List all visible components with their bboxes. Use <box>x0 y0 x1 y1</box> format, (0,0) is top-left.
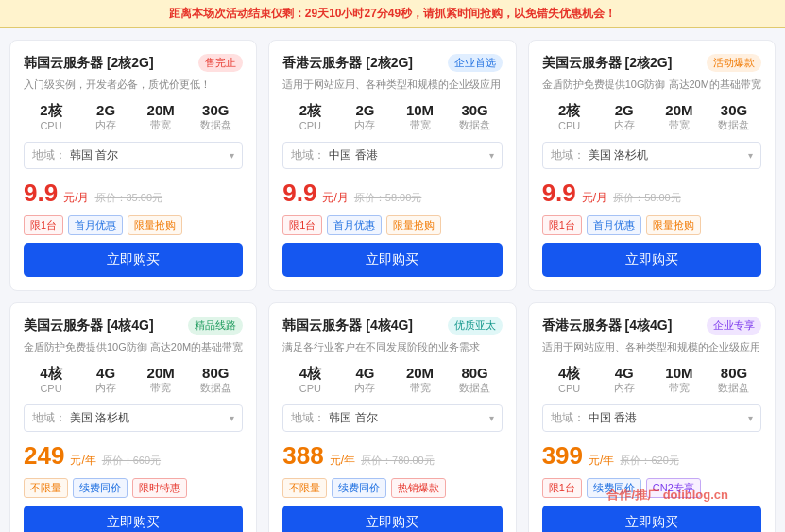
spec-bw-value-2: 10M <box>392 102 447 118</box>
spec-mem-3: 2G 内存 <box>597 102 652 132</box>
spec-cpu-label-2: CPU <box>282 120 337 131</box>
price-row-2: 9.9 元/月 原价：58.00元 <box>282 179 502 208</box>
price-original-1: 原价：35.00元 <box>95 191 163 205</box>
topbar-suffix: ，请抓紧时间抢购，以免错失优惠机会！ <box>412 7 616 20</box>
region-value-4: 美国 洛杉机 <box>70 411 129 424</box>
price-row-4: 249 元/年 原价：660元 <box>24 441 243 471</box>
price-main-2: 9.9 <box>282 179 316 208</box>
region-select-6[interactable]: 地域：中国 香港 ▾ <box>542 404 761 432</box>
price-row-1: 9.9 元/月 原价：35.00元 <box>24 179 243 208</box>
card-desc-1: 入门级实例，开发者必备，质优价更低！ <box>24 77 243 93</box>
tag: 续费同价 <box>332 478 386 498</box>
price-row-5: 388 元/年 原价：780.00元 <box>282 441 502 471</box>
price-main-5: 388 <box>282 441 323 471</box>
card-header-5: 韩国云服务器 [4核4G] 优质亚太 <box>282 317 502 335</box>
specs-2: 2核 CPU 2G 内存 10M 带宽 30G 数据盘 <box>282 102 502 132</box>
spec-disk-value-2: 30G <box>448 102 503 118</box>
server-card-4: 美国云服务器 [4核4G] 精品线路 金盾防护免费提供10G防御 高达20M的基… <box>9 302 257 532</box>
region-select-2[interactable]: 地域：中国 香港 ▾ <box>282 142 502 169</box>
region-value-3: 美国 洛杉机 <box>589 148 648 162</box>
region-value-1: 韩国 首尔 <box>70 148 118 162</box>
spec-mem-value-5: 4G <box>337 365 392 381</box>
card-badge-3: 活动爆款 <box>707 54 761 72</box>
region-label-3: 地域：美国 洛杉机 <box>551 147 648 163</box>
spec-disk-value-5: 80G <box>448 365 503 381</box>
region-label-6: 地域：中国 香港 <box>551 410 637 426</box>
specs-1: 2核 CPU 2G 内存 20M 带宽 30G 数据盘 <box>24 102 243 132</box>
specs-5: 4核 CPU 4G 内存 20M 带宽 80G 数据盘 <box>282 365 502 395</box>
spec-disk-1: 30G 数据盘 <box>188 102 243 132</box>
spec-cpu-value-6: 4核 <box>542 365 597 383</box>
region-select-5[interactable]: 地域：韩国 首尔 ▾ <box>282 404 502 432</box>
spec-cpu-label-4: CPU <box>24 383 78 394</box>
price-unit-2: 元/月 <box>322 190 348 206</box>
spec-cpu-label-1: CPU <box>24 120 78 131</box>
price-main-1: 9.9 <box>24 179 58 208</box>
card-header-4: 美国云服务器 [4核4G] 精品线路 <box>24 317 243 335</box>
cards-grid: 韩国云服务器 [2核2G] 售完止 入门级实例，开发者必备，质优价更低！ 2核 … <box>9 40 776 532</box>
tag: 限量抢购 <box>128 215 182 235</box>
tag: 限1台 <box>542 478 582 498</box>
chevron-down-icon-4: ▾ <box>230 413 234 423</box>
server-card-1: 韩国云服务器 [2核2G] 售完止 入门级实例，开发者必备，质优价更低！ 2核 … <box>9 40 257 291</box>
tags-3: 限1台首月优惠限量抢购 <box>542 215 761 235</box>
spec-disk-value-1: 30G <box>188 102 243 118</box>
tag: 限量抢购 <box>386 215 441 235</box>
server-card-2: 香港云服务器 [2核2G] 企业首选 适用于网站应用、各种类型和规模的企业级应用… <box>268 40 516 291</box>
spec-bw-value-1: 20M <box>133 102 188 118</box>
price-unit-5: 元/年 <box>330 453 355 469</box>
buy-button-6[interactable]: 立即购买 <box>542 506 761 532</box>
tag: 限1台 <box>282 215 322 235</box>
spec-bw-value-3: 20M <box>652 102 707 118</box>
buy-button-5[interactable]: 立即购买 <box>282 506 502 532</box>
spec-disk-4: 80G 数据盘 <box>188 365 243 395</box>
spec-cpu-value-2: 2核 <box>282 102 337 120</box>
price-unit-3: 元/月 <box>582 190 607 206</box>
buy-button-1[interactable]: 立即购买 <box>24 243 243 277</box>
tag: 首月优惠 <box>68 215 123 235</box>
tags-4: 不限量续费同价限时特惠 <box>24 478 243 498</box>
spec-disk-value-4: 80G <box>188 365 243 381</box>
card-desc-3: 金盾防护免费提供10G防御 高达20M的基础带宽 <box>542 77 761 93</box>
tag: 续费同价 <box>73 478 128 498</box>
card-desc-2: 适用于网站应用、各种类型和规模的企业级应用 <box>282 77 502 93</box>
spec-disk-value-6: 80G <box>707 365 761 381</box>
card-title-1: 韩国云服务器 [2核2G] <box>24 55 154 72</box>
spec-mem-label-5: 内存 <box>337 381 392 395</box>
buy-button-2[interactable]: 立即购买 <box>282 243 502 277</box>
region-select-3[interactable]: 地域：美国 洛杉机 ▾ <box>542 142 761 169</box>
card-header-3: 美国云服务器 [2核2G] 活动爆款 <box>542 54 761 72</box>
buy-button-3[interactable]: 立即购买 <box>542 243 761 277</box>
tag: 首月优惠 <box>327 215 382 235</box>
tag: 不限量 <box>282 478 327 498</box>
price-main-3: 9.9 <box>542 179 576 208</box>
region-value-5: 韩国 首尔 <box>329 411 377 424</box>
chevron-down-icon-5: ▾ <box>489 413 494 423</box>
spec-mem-value-3: 2G <box>597 102 652 118</box>
card-badge-4: 精品线路 <box>188 317 243 335</box>
price-main-4: 249 <box>24 441 64 471</box>
card-badge-6: 企业专享 <box>707 317 761 335</box>
spec-cpu-3: 2核 CPU <box>542 102 597 132</box>
spec-bw-value-4: 20M <box>133 365 188 381</box>
server-card-3: 美国云服务器 [2核2G] 活动爆款 金盾防护免费提供10G防御 高达20M的基… <box>528 40 776 291</box>
buy-button-4[interactable]: 立即购买 <box>24 506 243 532</box>
price-main-6: 399 <box>542 441 583 471</box>
card-title-3: 美国云服务器 [2核2G] <box>542 55 673 72</box>
region-select-4[interactable]: 地域：美国 洛杉机 ▾ <box>24 404 243 432</box>
spec-disk-2: 30G 数据盘 <box>448 102 503 132</box>
tag: 首月优惠 <box>587 215 641 235</box>
region-value-2: 中国 香港 <box>329 148 377 162</box>
spec-bw-label-3: 带宽 <box>652 118 707 132</box>
region-select-1[interactable]: 地域：韩国 首尔 ▾ <box>24 142 243 169</box>
card-desc-4: 金盾防护免费提供10G防御 高达20M的基础带宽 <box>24 340 243 355</box>
spec-bw-value-5: 20M <box>392 365 447 381</box>
spec-mem-label-6: 内存 <box>597 381 652 395</box>
card-badge-1: 售完止 <box>198 54 243 72</box>
price-unit-4: 元/年 <box>70 453 95 469</box>
card-desc-5: 满足各行业客户在不同发展阶段的业务需求 <box>282 340 502 355</box>
tag: 限1台 <box>542 215 582 235</box>
spec-cpu-value-3: 2核 <box>542 102 597 120</box>
card-header-2: 香港云服务器 [2核2G] 企业首选 <box>282 54 502 72</box>
spec-disk-label-4: 数据盘 <box>188 381 243 395</box>
